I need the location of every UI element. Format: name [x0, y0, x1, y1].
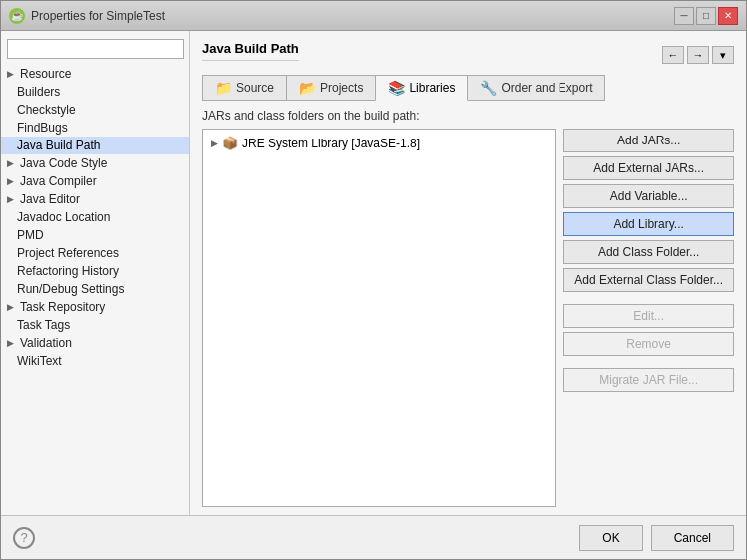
edit-button[interactable]: Edit...: [563, 304, 734, 328]
tree-arrow-icon: ▶: [211, 139, 218, 148]
sidebar-item-refactoring-history[interactable]: Refactoring History: [1, 262, 189, 280]
sidebar-item-checkstyle[interactable]: Checkstyle: [1, 101, 189, 119]
tabs: 📁 Source 📂 Projects 📚 Libraries 🔧 Order …: [202, 75, 734, 101]
close-button[interactable]: ✕: [718, 7, 738, 25]
tab-source[interactable]: 📁 Source: [202, 75, 287, 101]
projects-tab-icon: 📂: [299, 80, 316, 96]
migrate-jar-button[interactable]: Migrate JAR File...: [563, 368, 734, 392]
title-controls: ─ □ ✕: [674, 7, 738, 25]
tree-panel[interactable]: ▶ 📦 JRE System Library [JavaSE-1.8]: [202, 129, 556, 507]
maximize-button[interactable]: □: [696, 7, 716, 25]
help-button[interactable]: ?: [13, 527, 35, 549]
sidebar-item-run-debug[interactable]: Run/Debug Settings: [1, 280, 189, 298]
order-tab-icon: 🔧: [480, 80, 497, 96]
back-button[interactable]: ←: [662, 46, 684, 64]
sidebar-item-task-tags[interactable]: Task Tags: [1, 316, 189, 334]
add-class-folder-button[interactable]: Add Class Folder...: [563, 240, 734, 264]
title-bar: ☕ Properties for SimpleTest ─ □ ✕: [1, 1, 746, 31]
content-area: ▶ Resource Builders Checkstyle FindBugs …: [1, 31, 746, 515]
add-jars-button[interactable]: Add JARs...: [563, 129, 734, 152]
app-icon: ☕: [9, 8, 25, 24]
arrow-icon: ▶: [7, 176, 14, 186]
forward-button[interactable]: →: [687, 46, 709, 64]
source-tab-icon: 📁: [215, 80, 232, 96]
main-panel: Java Build Path ← → ▾ 📁 Source 📂 Project…: [190, 31, 746, 515]
sidebar: ▶ Resource Builders Checkstyle FindBugs …: [1, 31, 190, 515]
sidebar-item-task-repository[interactable]: ▶ Task Repository: [1, 298, 189, 316]
tab-libraries[interactable]: 📚 Libraries: [375, 75, 468, 101]
footer-buttons: OK Cancel: [579, 525, 734, 551]
tree-item-jre[interactable]: ▶ 📦 JRE System Library [JavaSE-1.8]: [207, 134, 551, 152]
sidebar-item-wikitext[interactable]: WikiText: [1, 352, 189, 370]
add-library-button[interactable]: Add Library...: [563, 212, 734, 236]
libraries-tab-icon: 📚: [388, 80, 405, 96]
add-external-class-folder-button[interactable]: Add External Class Folder...: [563, 268, 734, 292]
sidebar-item-builders[interactable]: Builders: [1, 83, 189, 101]
sidebar-item-java-compiler[interactable]: ▶ Java Compiler: [1, 172, 189, 190]
window-title: Properties for SimpleTest: [31, 9, 165, 23]
sidebar-item-java-code-style[interactable]: ▶ Java Code Style: [1, 154, 189, 172]
remove-button[interactable]: Remove: [563, 332, 734, 356]
sidebar-item-project-references[interactable]: Project References: [1, 244, 189, 262]
cancel-button[interactable]: Cancel: [651, 525, 734, 551]
tab-order-export[interactable]: 🔧 Order and Export: [467, 75, 605, 101]
minimize-button[interactable]: ─: [674, 7, 694, 25]
panel-title: Java Build Path: [202, 41, 299, 61]
sidebar-item-resource[interactable]: ▶ Resource: [1, 65, 189, 83]
arrow-icon: ▶: [7, 302, 14, 312]
sidebar-item-java-build-path[interactable]: Java Build Path: [1, 137, 189, 154]
sidebar-item-validation[interactable]: ▶ Validation: [1, 334, 189, 352]
nav-dropdown-button[interactable]: ▾: [712, 46, 734, 64]
arrow-icon: ▶: [7, 338, 14, 348]
properties-dialog: ☕ Properties for SimpleTest ─ □ ✕ ▶ Reso…: [0, 0, 747, 560]
arrow-icon: ▶: [7, 69, 14, 79]
jre-icon: 📦: [222, 136, 238, 150]
sidebar-item-findbugs[interactable]: FindBugs: [1, 119, 189, 137]
arrow-icon: ▶: [7, 194, 14, 204]
panel-body: ▶ 📦 JRE System Library [JavaSE-1.8] Add …: [202, 129, 734, 507]
ok-button[interactable]: OK: [579, 525, 642, 551]
sidebar-item-pmd[interactable]: PMD: [1, 226, 189, 244]
add-external-jars-button[interactable]: Add External JARs...: [563, 156, 734, 180]
description-text: JARs and class folders on the build path…: [202, 109, 734, 123]
tab-projects[interactable]: 📂 Projects: [286, 75, 376, 101]
title-bar-left: ☕ Properties for SimpleTest: [9, 8, 165, 24]
add-variable-button[interactable]: Add Variable...: [563, 184, 734, 208]
sidebar-search-input[interactable]: [7, 39, 184, 59]
buttons-column: Add JARs... Add External JARs... Add Var…: [563, 129, 734, 507]
arrow-icon: ▶: [7, 158, 14, 168]
sidebar-item-java-editor[interactable]: ▶ Java Editor: [1, 190, 189, 208]
sidebar-item-javadoc[interactable]: Javadoc Location: [1, 208, 189, 226]
bottom-bar: ? OK Cancel: [1, 515, 746, 559]
